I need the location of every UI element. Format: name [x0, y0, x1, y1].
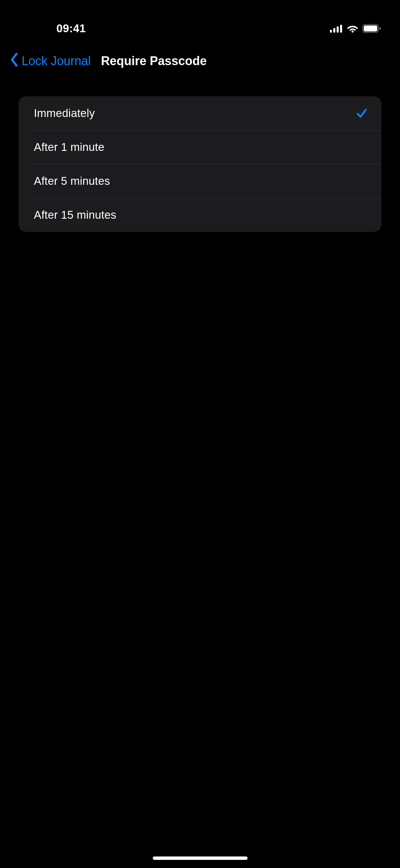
battery-icon [362, 24, 381, 33]
status-time: 09:41 [19, 22, 107, 35]
status-left: 09:41 [19, 22, 107, 35]
svg-rect-7 [379, 27, 381, 30]
svg-rect-6 [364, 25, 377, 32]
chevron-left-icon [9, 53, 19, 70]
options-group: Immediately After 1 minute After 5 minut… [19, 96, 381, 232]
status-bar: 09:41 [0, 0, 400, 44]
svg-point-4 [352, 31, 354, 33]
option-label: After 15 minutes [34, 209, 116, 221]
nav-bar: Lock Journal Require Passcode [0, 44, 400, 78]
option-after-1-minute[interactable]: After 1 minute [19, 130, 381, 164]
svg-rect-3 [340, 25, 342, 33]
svg-rect-1 [333, 28, 335, 33]
checkmark-icon [356, 107, 368, 119]
option-label: Immediately [34, 107, 95, 120]
cellular-icon [330, 24, 343, 33]
svg-rect-0 [330, 30, 332, 33]
wifi-icon [347, 24, 358, 33]
home-indicator[interactable] [153, 856, 248, 860]
svg-rect-2 [337, 26, 339, 33]
option-label: After 1 minute [34, 141, 104, 154]
page-title: Require Passcode [101, 54, 207, 68]
status-right [293, 24, 381, 33]
option-after-5-minutes[interactable]: After 5 minutes [19, 164, 381, 198]
option-label: After 5 minutes [34, 175, 110, 188]
option-immediately[interactable]: Immediately [19, 96, 381, 130]
back-label: Lock Journal [22, 54, 91, 68]
option-after-15-minutes[interactable]: After 15 minutes [19, 198, 381, 232]
back-button[interactable]: Lock Journal [9, 53, 91, 70]
